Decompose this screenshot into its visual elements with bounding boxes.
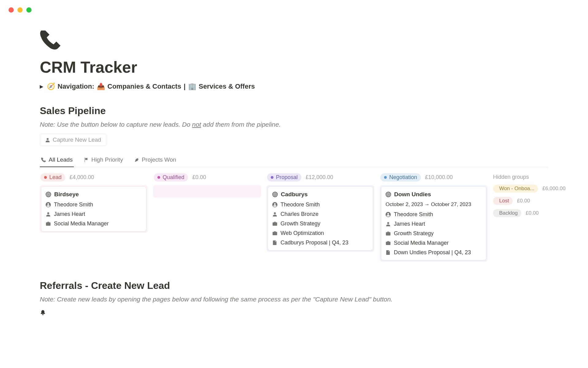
nav-separator: | — [184, 82, 186, 90]
confetti-icon — [134, 157, 139, 163]
nav-label: Navigation: — [58, 82, 94, 90]
briefcase-icon — [386, 231, 391, 236]
page-title: CRM Tracker — [40, 58, 548, 76]
hidden-groups: Hidden groups Won - Onboa... £6,000.00 L… — [493, 173, 573, 221]
window-controls — [0, 0, 588, 20]
card-down-undies[interactable]: Down Undies October 2, 2023 → October 27… — [381, 186, 486, 260]
referrals-note: Note: Create new leads by opening the pa… — [40, 296, 548, 303]
hidden-tag-lost[interactable]: Lost — [493, 197, 513, 205]
briefcase-icon — [272, 231, 277, 236]
capture-button-label: Capture New Lead — [53, 136, 101, 143]
briefcase-icon — [46, 221, 51, 226]
tab-all-leads[interactable]: All Leads — [40, 154, 74, 167]
nav-link-services[interactable]: Services & Offers — [199, 82, 255, 90]
navigation-row: ▶ 🧭 Navigation: 📤 Companies & Contacts |… — [40, 82, 548, 90]
user-circle-icon — [46, 202, 51, 207]
hidden-amount-lost: £0.00 — [517, 198, 530, 204]
hidden-tag-won[interactable]: Won - Onboa... — [493, 185, 538, 193]
user-circle-icon — [272, 202, 277, 207]
column-amount-qualified: £0.00 — [192, 174, 206, 181]
hidden-tag-backlog[interactable]: Backlog — [493, 209, 521, 217]
card-birdseye[interactable]: Birdseye Theodore Smith James Heart Soci… — [41, 186, 146, 232]
column-tag-negotiation[interactable]: Negotiation — [380, 173, 421, 182]
target-icon — [272, 192, 278, 197]
window-minimize-button[interactable] — [17, 7, 23, 13]
nav-link-companies[interactable]: Companies & Contacts — [107, 82, 181, 90]
column-amount-lead: £4,000.00 — [70, 174, 94, 181]
card-cadburys[interactable]: Cadburys Theodore Smith Charles Bronze G… — [268, 186, 373, 251]
bell-icon[interactable] — [40, 310, 548, 317]
compass-icon: 🧭 — [47, 82, 55, 90]
hidden-amount-backlog: £0.00 — [526, 210, 539, 216]
page-icon-phone[interactable] — [40, 29, 548, 52]
kanban-board: Lead £4,000.00 Birdseye Theodore Smith J… — [40, 173, 548, 262]
target-icon — [46, 192, 51, 197]
file-icon — [272, 240, 277, 245]
hidden-amount-won: £6,000.00 — [542, 186, 566, 192]
referrals-heading: Referrals - Create New Lead — [40, 280, 548, 291]
column-proposal: Proposal £12,000.00 Cadburys Theodore Sm… — [266, 173, 374, 252]
briefcase-icon — [386, 240, 391, 246]
column-qualified: Qualified £0.00 — [153, 173, 261, 197]
outbox-icon: 📤 — [97, 82, 105, 90]
column-negotiation: Negotiation £10,000.00 Down Undies Octob… — [380, 173, 488, 262]
column-tag-lead[interactable]: Lead — [40, 173, 65, 182]
flag-icon — [84, 157, 89, 163]
column-lead: Lead £4,000.00 Birdseye Theodore Smith J… — [40, 173, 148, 233]
card-date-range: October 2, 2023 → October 27, 2023 — [386, 201, 482, 208]
capture-new-lead-button[interactable]: Capture New Lead — [40, 134, 106, 146]
person-icon — [386, 221, 391, 227]
sales-pipeline-heading: Sales Pipeline — [40, 105, 548, 117]
window-close-button[interactable] — [9, 7, 14, 13]
pipeline-note: Note: Use the button below to capture ne… — [40, 121, 548, 128]
office-icon: 🏢 — [188, 82, 196, 90]
tab-high-priority[interactable]: High Priority — [82, 154, 124, 167]
person-icon — [46, 212, 51, 217]
briefcase-icon — [272, 221, 277, 226]
toggle-triangle-icon[interactable]: ▶ — [40, 84, 43, 89]
file-icon — [386, 250, 391, 255]
column-tag-qualified[interactable]: Qualified — [154, 173, 188, 182]
target-icon — [386, 192, 391, 197]
column-amount-proposal: £12,000.00 — [306, 174, 333, 181]
pipeline-tabs: All Leads High Priority Projects Won — [40, 154, 548, 167]
person-add-icon — [45, 137, 50, 143]
column-tag-proposal[interactable]: Proposal — [267, 173, 301, 182]
window-maximize-button[interactable] — [26, 7, 32, 13]
phone-icon — [41, 157, 46, 163]
tab-projects-won[interactable]: Projects Won — [133, 154, 178, 167]
person-icon — [272, 212, 277, 217]
user-circle-icon — [386, 212, 391, 217]
column-amount-negotiation: £10,000.00 — [425, 174, 453, 181]
hidden-groups-heading: Hidden groups — [493, 174, 573, 180]
